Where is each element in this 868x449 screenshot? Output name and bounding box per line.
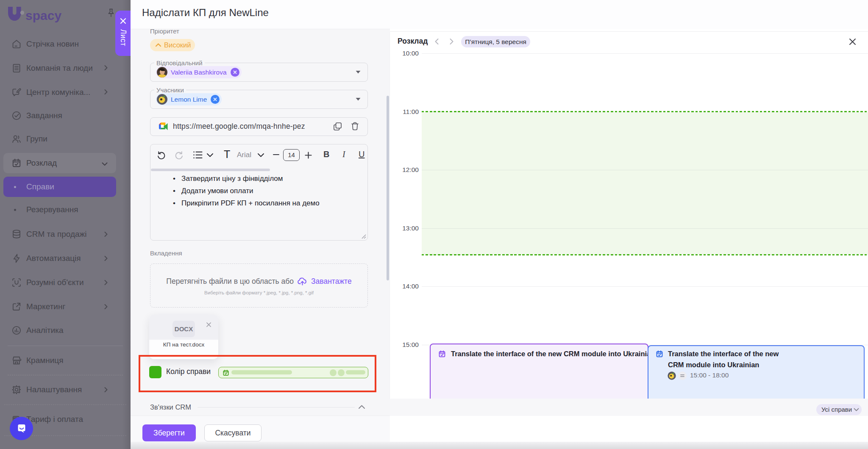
svg-text:spacy: spacy [25,8,61,22]
